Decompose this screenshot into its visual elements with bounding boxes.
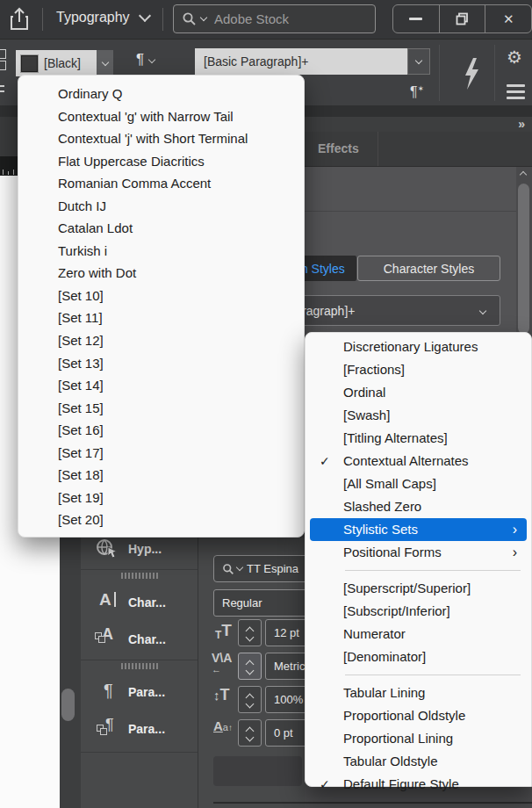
font-size-value: 12 pt [274,626,299,639]
section-grip[interactable] [121,573,160,579]
minimize-button[interactable] [393,5,439,32]
fill-color-dropdown-button[interactable] [97,50,113,76]
paragraph-panel-button[interactable]: Para... [128,685,165,699]
menu-item-opentype[interactable]: Tabular Lining [310,682,527,704]
adobe-stock-search[interactable]: Adobe Stock [173,4,376,33]
menu-separator [345,675,521,675]
font-style-value: Regular [222,596,262,610]
menu-item-opentype[interactable]: Discretionary Ligatures [310,335,527,358]
menu-item-stylistic-set[interactable]: [Set 11] [18,307,304,329]
vertical-scale-stepper[interactable] [238,686,262,713]
tab-character-styles[interactable]: Character Styles [357,256,500,281]
menu-item-opentype[interactable]: Numerator [310,623,527,646]
menu-item-label: Proportional Lining [343,731,453,746]
menu-item-opentype[interactable]: Proportional Oldstyle [310,704,527,727]
checkmark-icon: ✓ [320,773,330,796]
menu-item-stylistic-set[interactable]: [Set 17] [18,442,304,465]
character-panel-button[interactable]: Char... [128,595,166,610]
menu-item-label: Positional Forms [343,545,442,559]
window-controls: ✕ [392,4,532,33]
title-bar: Typography Adobe Stock ✕ [0,0,532,39]
menu-item-stylistic-set[interactable]: [Set 13] [18,352,304,375]
menu-item-stylistic-set[interactable]: Contextual 'g' with Narrow Tail [18,105,304,128]
menu-item-opentype[interactable]: Proportional Lining [310,727,527,750]
paragraph-styles-icon[interactable]: ¶ [105,716,114,734]
font-size-stepper[interactable] [238,619,262,646]
close-button[interactable]: ✕ [485,5,531,32]
gear-icon[interactable]: ⚙ [507,48,522,66]
panel-menu-icon[interactable] [507,84,525,99]
menu-item-label: Ordinal [343,385,385,400]
menu-item-stylistic-set[interactable]: [Set 14] [18,374,304,397]
stylistic-sets-items: Ordinary QContextual 'g' with Narrow Tai… [18,83,304,531]
menu-item-opentype[interactable]: [All Small Caps] [310,473,527,495]
menu-item-opentype[interactable]: [Superscript/Superior] [310,577,527,600]
menu-item-opentype[interactable]: Positional Forms› [310,541,527,564]
menu-item-opentype[interactable]: Ordinal [310,381,527,404]
empty-input-box[interactable] [213,756,302,786]
menu-item-opentype[interactable]: [Titling Alternates] [310,427,527,450]
menu-item-stylistic-set[interactable]: Zero with Dot [18,262,304,285]
menu-item-stylistic-set[interactable]: [Set 18] [18,464,304,487]
hyperlinks-icon[interactable] [95,538,119,561]
paragraph-formatting-icon[interactable]: ¶✶ [410,84,424,100]
menu-item-opentype[interactable]: ✓Contextual Alternates [310,450,527,473]
menu-item-opentype[interactable]: ✓Default Figure Style [310,773,527,796]
menu-item-stylistic-set[interactable]: Romanian Comma Accent [18,172,304,195]
lightning-icon[interactable] [462,57,481,90]
character-styles-button[interactable]: Char... [128,632,166,646]
expand-panels-icon[interactable]: » [518,117,525,131]
menu-item-label: [Superscript/Superior] [343,581,471,595]
menu-item-stylistic-set[interactable]: Catalan Ldot [18,217,304,240]
paragraph-style-value: [Basic Paragraph]+ [204,54,308,69]
baseline-shift-stepper[interactable] [238,719,262,747]
restore-icon [456,12,469,25]
menu-item-stylistic-set[interactable]: Contextual 'j' with Short Terminal [18,127,304,150]
kerning-stepper[interactable] [238,653,262,680]
menu-item-stylistic-set[interactable]: [Set 10] [18,285,304,307]
menu-item-stylistic-set[interactable]: [Set 20] [18,509,304,531]
scrollbar-thumb[interactable] [518,184,529,334]
menu-item-opentype[interactable]: [Subscript/Inferior] [310,600,527,623]
menu-item-stylistic-set[interactable]: [Set 15] [18,397,304,420]
menu-item-opentype[interactable]: Slashed Zero [310,495,527,518]
menu-item-stylistic-set[interactable]: Dutch IJ [18,195,304,218]
menu-item-stylistic-set[interactable]: [Set 19] [18,487,304,509]
menu-item-opentype[interactable]: [Fractions] [310,358,527,381]
paragraph-style-menu-icon[interactable]: ¶ [136,51,155,69]
menu-item-label: Numerator [343,626,406,641]
share-icon[interactable] [8,6,31,32]
menu-item-opentype[interactable]: [Swash] [310,404,527,427]
restore-button[interactable] [439,5,485,32]
menu-item-stylistic-set[interactable]: Turkish i [18,240,304,263]
character-panel-icon[interactable]: A [99,590,116,610]
panel-bottom-divider [213,802,532,804]
font-search-field[interactable]: TT Espina [213,555,316,582]
ruler-tick [13,170,14,175]
fill-color-field[interactable]: [Black] [16,50,97,76]
paragraph-styles-button[interactable]: Para... [128,722,165,736]
hyperlinks-button[interactable]: Hyp... [128,542,162,556]
menu-item-stylistic-set[interactable]: Ordinary Q [18,83,304,105]
chevron-down-icon [246,733,255,742]
panel-edge-icon [0,90,4,92]
tab-effects[interactable]: Effects [318,141,359,155]
menu-item-opentype[interactable]: Stylistic Sets› [310,518,527,541]
menu-item-label: Tabular Lining [343,685,425,700]
paragraph-style-dropdown-button[interactable] [407,48,430,75]
menu-item-stylistic-set[interactable]: Flat Uppercase Diacritics [18,150,304,173]
character-styles-icon[interactable]: A [102,625,113,644]
paragraph-style-field[interactable]: [Basic Paragraph]+ [195,48,407,75]
menu-item-stylistic-set[interactable]: [Set 16] [18,419,304,442]
font-style-field[interactable]: Regular [213,589,316,617]
panel-drag-handle[interactable] [61,689,75,721]
chevron-down-icon [246,667,255,675]
section-grip[interactable] [121,663,160,669]
paragraph-panel-icon[interactable]: ¶ [104,681,113,701]
menu-item-opentype[interactable]: Tabular Oldstyle [310,750,527,773]
swatch-stack-icon [0,49,6,59]
menu-item-stylistic-set[interactable]: [Set 12] [18,329,304,352]
menu-item-opentype[interactable]: [Denominator] [310,646,527,668]
workspace-switcher[interactable]: Typography [56,10,149,25]
kerning-icon: V\A ← [212,653,232,675]
